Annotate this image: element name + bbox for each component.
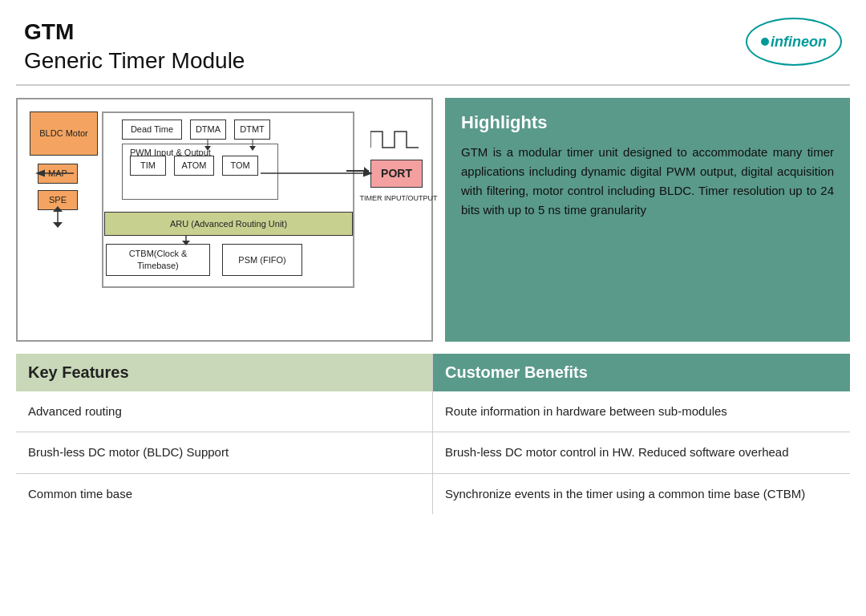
main-content: BLDC Motor MAP SPE Dead Time DTMA DTMT P… [0, 86, 866, 354]
customer-benefits-header-cell: Customer Benefits [433, 354, 850, 391]
spe-box: SPE [38, 190, 78, 210]
bldc-motor-box: BLDC Motor [30, 111, 98, 156]
ctbm-box: CTBM(Clock & Timebase) [106, 244, 210, 276]
map-box: MAP [38, 164, 78, 184]
key-features-header-cell: Key Features [16, 354, 433, 391]
header: GTM Generic Timer Module infineon [0, 0, 866, 84]
dead-time-box: Dead Time [122, 120, 182, 140]
infineon-logo: infineon [746, 18, 842, 66]
timer-label: TIMER INPUT/OUTPUT [358, 194, 439, 202]
feature-text-3: Common time base [28, 487, 132, 500]
highlights-block: Highlights GTM is a modular timer unit d… [445, 98, 850, 342]
dtmt-box: DTMT [234, 120, 270, 140]
feature-text-2: Brush-less DC motor (BLDC) Support [28, 445, 229, 459]
benefit-row-2: Brush-less DC motor control in HW. Reduc… [433, 432, 850, 473]
waveform-svg [370, 124, 435, 156]
key-features-header: Key Features [16, 354, 432, 391]
feature-row-1: Advanced routing [16, 391, 432, 432]
svg-marker-2 [53, 222, 63, 228]
feature-row-2: Brush-less DC motor (BLDC) Support [16, 432, 432, 473]
highlights-title: Highlights [461, 112, 834, 133]
highlights-text: GTM is a modular timer unit designed to … [461, 143, 834, 220]
dtma-box: DTMA [190, 120, 226, 140]
section-headers-row: Key Features Customer Benefits [16, 354, 850, 391]
port-box: PORT [370, 160, 423, 188]
page-title: GTM Generic Timer Module [24, 18, 245, 76]
tim-box: TIM [130, 156, 166, 176]
tom-box: TOM [222, 156, 258, 176]
benefit-text-3: Synchronize events in the timer using a … [445, 487, 805, 500]
diagram-block: BLDC Motor MAP SPE Dead Time DTMA DTMT P… [16, 98, 433, 342]
diagram-container: BLDC Motor MAP SPE Dead Time DTMA DTMT P… [26, 107, 423, 332]
benefit-row-3: Synchronize events in the timer using a … [433, 473, 850, 515]
benefit-text-1: Route information in hardware between su… [445, 404, 727, 418]
title-line2: Generic Timer Module [24, 47, 245, 75]
customer-benefits-header: Customer Benefits [433, 354, 850, 391]
logo-text: infineon [771, 34, 827, 51]
feature-row-3: Common time base [16, 473, 432, 515]
benefit-text-2: Brush-less DC motor control in HW. Reduc… [445, 445, 789, 459]
feature-text-1: Advanced routing [28, 404, 122, 418]
title-line1: GTM [24, 18, 245, 47]
key-features-label: Key Features [28, 363, 129, 381]
arrow-to-port [346, 170, 369, 172]
customer-benefits-rows: Route information in hardware between su… [433, 391, 850, 515]
benefit-row-1: Route information in hardware between su… [433, 391, 850, 432]
logo-dot [761, 38, 769, 46]
aru-box: ARU (Advanced Routing Unit) [104, 212, 353, 236]
page-wrapper: GTM Generic Timer Module infineon BLDC M… [0, 0, 866, 616]
key-features-rows: Advanced routing Brush-less DC motor (BL… [16, 391, 433, 515]
psm-box: PSM (FIFO) [222, 244, 302, 276]
customer-benefits-label: Customer Benefits [445, 363, 588, 381]
atom-box: ATOM [174, 156, 214, 176]
logo-container: infineon [746, 18, 842, 66]
rows-container: Advanced routing Brush-less DC motor (BL… [16, 391, 850, 515]
